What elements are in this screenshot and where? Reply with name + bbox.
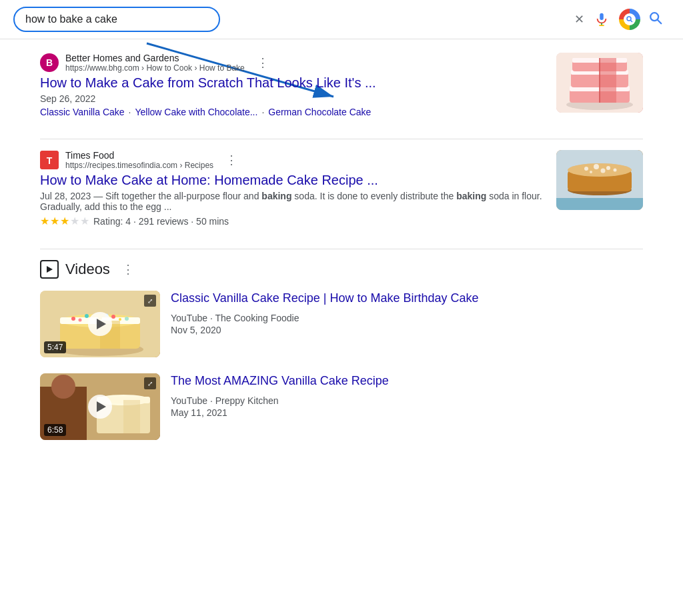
clear-icon[interactable]: ✕ — [574, 12, 584, 27]
result-rating-tf: ★ ★ ★ ★ ★ Rating: 4 · 291 reviews · 50 m… — [40, 215, 543, 227]
svg-rect-0 — [600, 13, 604, 20]
star-5: ★ — [80, 215, 89, 227]
svg-point-26 — [584, 167, 588, 171]
more-options-bhg[interactable]: ⋮ — [257, 55, 269, 70]
videos-play-icon — [40, 260, 59, 279]
result-date-bhg: Sep 26, 2022 — [40, 93, 543, 104]
source-url-tf: https://recipes.timesofindia.com › Recip… — [65, 161, 213, 170]
play-button-2[interactable] — [88, 395, 112, 419]
divider-1 — [40, 139, 643, 139]
video-date-1: Nov 5, 2020 — [171, 325, 643, 335]
video-info-2: The Most AMAZING Vanilla Cake Recipe You… — [171, 373, 643, 418]
mic-icon[interactable] — [592, 10, 611, 29]
divider-2 — [40, 249, 643, 249]
search-icons-right: ✕ — [574, 9, 670, 30]
source-name-tf: Times Food — [65, 150, 213, 161]
result-item-bhg: B Better Homes and Gardens https://www.b… — [40, 53, 643, 117]
source-name-bhg: Better Homes and Gardens — [65, 53, 245, 63]
subtopic-dot-1: · — [129, 107, 131, 117]
cake-image-bhg — [556, 53, 643, 113]
source-row-bhg: B Better Homes and Gardens https://www.b… — [40, 53, 543, 73]
svg-marker-54 — [123, 400, 140, 433]
svg-point-44 — [79, 319, 82, 322]
videos-title: Videos — [65, 261, 110, 278]
video-duration-1: 5:47 — [44, 341, 66, 353]
video-source-2: YouTube · Preppy Kitchen — [171, 395, 643, 406]
svg-line-4 — [630, 20, 632, 22]
subtopic-link-vanilla[interactable]: Classic Vanilla Cake — [40, 107, 125, 117]
svg-point-39 — [71, 317, 75, 321]
video-title-2[interactable]: The Most AMAZING Vanilla Cake Recipe — [171, 373, 643, 389]
video-duration-2: 6:58 — [44, 424, 66, 436]
subtopic-link-yellow[interactable]: Yellow Cake with Chocolate... — [135, 107, 257, 117]
svg-point-27 — [594, 164, 599, 169]
svg-point-40 — [85, 314, 89, 318]
lens-icon[interactable] — [619, 9, 640, 30]
svg-point-46 — [119, 318, 121, 321]
videos-section: Videos ⋮ — [40, 260, 643, 440]
subtopics-bhg: Classic Vanilla Cake · Yellow Cake with … — [40, 107, 543, 117]
favicon-tf: T — [40, 151, 59, 169]
svg-point-29 — [614, 169, 617, 172]
svg-rect-32 — [556, 198, 643, 210]
svg-marker-17 — [600, 58, 616, 103]
rating-text: Rating: 4 · 291 reviews · 50 mins — [93, 216, 229, 227]
source-info-bhg: Better Homes and Gardens https://www.bhg… — [65, 53, 245, 73]
svg-point-42 — [111, 315, 115, 319]
star-1: ★ — [40, 215, 49, 227]
result-content-bhg: B Better Homes and Gardens https://www.b… — [40, 53, 543, 117]
star-4: ★ — [70, 215, 79, 227]
subtopic-link-german[interactable]: German Chocolate Cake — [268, 107, 371, 117]
result-title-bhg[interactable]: How to Make a Cake from Scratch That Loo… — [40, 75, 543, 91]
video-title-1[interactable]: Classic Vanilla Cake Recipe | How to Mak… — [171, 291, 643, 306]
videos-header: Videos ⋮ — [40, 260, 643, 279]
source-info-tf: Times Food https://recipes.timesofindia.… — [65, 150, 213, 170]
cake-image-tf — [556, 150, 643, 210]
result-item-tf: T Times Food https://recipes.timesofindi… — [40, 150, 643, 227]
svg-point-25 — [568, 163, 632, 177]
video-source-1: YouTube · The Cooking Foodie — [171, 313, 643, 323]
stars-tf: ★ ★ ★ ★ ★ — [40, 215, 89, 227]
video-thumbnail-2[interactable]: 6:58 ⤢ — [40, 373, 160, 440]
svg-text:T: T — [47, 155, 53, 166]
svg-point-43 — [125, 317, 129, 321]
expand-icon-1[interactable]: ⤢ — [144, 295, 156, 307]
videos-more-options[interactable]: ⋮ — [122, 262, 134, 277]
star-2: ★ — [50, 215, 59, 227]
search-input[interactable] — [25, 13, 185, 25]
lens-inner — [624, 13, 636, 25]
favicon-bhg: B — [40, 53, 59, 72]
video-info-1: Classic Vanilla Cake Recipe | How to Mak… — [171, 291, 643, 335]
source-row-tf: T Times Food https://recipes.timesofindi… — [40, 150, 543, 170]
video-thumb-bg-1: 5:47 ⤢ — [40, 291, 160, 357]
results-area: B Better Homes and Gardens https://www.b… — [0, 39, 683, 469]
play-button-1[interactable] — [88, 312, 112, 336]
result-date-tf: Jul 28, 2023 — Sift together the all-pur… — [40, 191, 543, 212]
svg-line-6 — [658, 19, 662, 23]
video-item-1: 5:47 ⤢ Classic Vanilla Cake Recipe | How… — [40, 291, 643, 357]
star-3: ★ — [60, 215, 69, 227]
video-date-2: May 11, 2021 — [171, 407, 643, 418]
search-button-icon[interactable] — [648, 11, 663, 29]
svg-point-31 — [601, 169, 606, 173]
result-content-tf: T Times Food https://recipes.timesofindi… — [40, 150, 543, 227]
svg-point-50 — [51, 375, 75, 399]
svg-marker-33 — [47, 266, 53, 273]
result-title-tf[interactable]: How to Make Cake at Home: Homemade Cake … — [40, 173, 543, 188]
video-thumb-bg-2: 6:58 ⤢ — [40, 373, 160, 440]
video-item-2: 6:58 ⤢ The Most AMAZING Vanilla Cake Rec… — [40, 373, 643, 440]
subtopic-dot-2: · — [261, 107, 264, 117]
search-input-wrapper[interactable] — [13, 7, 220, 32]
video-thumbnail-1[interactable]: 5:47 ⤢ — [40, 291, 160, 357]
result-thumbnail-bhg — [556, 53, 643, 113]
svg-point-28 — [606, 166, 610, 170]
more-options-tf[interactable]: ⋮ — [225, 153, 237, 167]
expand-icon-2[interactable]: ⤢ — [144, 377, 156, 389]
svg-point-30 — [590, 171, 592, 173]
search-bar-area: ✕ — [0, 0, 683, 39]
source-url-bhg: https://www.bhg.com › How to Cook › How … — [65, 63, 245, 73]
result-thumbnail-tf — [556, 150, 643, 210]
